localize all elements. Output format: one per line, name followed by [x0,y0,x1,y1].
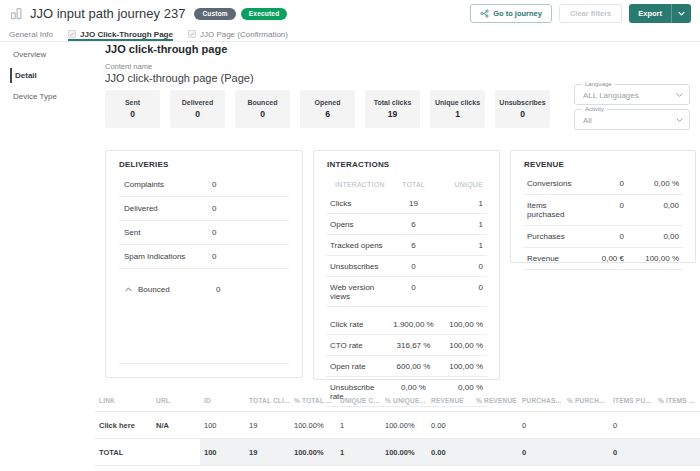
delivery-row-complaints: Complaints 0 [119,173,289,197]
column-header-pct-unique: % UNIQUE... [381,390,427,412]
chevron-up-icon [125,287,132,292]
page-icon [188,30,196,38]
revenue-row-items-purchased: Items purchased 0 0,00 [523,195,683,226]
report-sidebar: Overview Detail Device Type [0,44,95,107]
delivery-row-delivered: Delivered 0 [119,197,289,221]
page-title: JJO click-through page [105,43,227,55]
stats-row: Sent 0 Delivered 0 Bounced 0 Opened 6 To… [105,90,550,128]
interaction-row-tracked-opens: Tracked opens 6 1 [326,235,487,256]
chevron-down-icon [672,11,691,16]
stat-card-opened: Opened 6 [300,90,355,128]
panel-title: INTERACTIONS [314,151,499,173]
delivery-row-sent: Sent 0 [119,221,289,245]
app-header: JJO input path journey 237 Custom Execut… [0,0,700,27]
journey-flow-icon [480,9,489,18]
deliveries-panel: DELIVERIES Complaints 0 Delivered 0 Sent… [105,150,303,378]
interaction-row-unsubscribes: Unsubscribes 0 0 [326,256,487,277]
revenue-row-revenue: Revenue 0,00 € 100,00 % [523,248,683,270]
column-header-unique-clicks: UNIQUE C... [336,390,381,412]
interaction-row-opens: Opens 6 1 [326,214,487,235]
column-header-items-purchased: ITEMS PU... [609,390,654,412]
export-button[interactable]: Export [629,4,691,23]
bounced-expandable-row[interactable]: Bounced 0 [119,277,289,302]
interaction-row-clicks: Clicks 19 1 [326,193,487,214]
content-name-label: Content name [105,62,152,71]
language-select[interactable]: Language ALL Languages [574,84,690,105]
tab-jjo-click-through-page[interactable]: JJO Click-Through Page [68,27,173,41]
go-to-journey-button[interactable]: Go to journey [470,4,552,23]
clear-filters-button[interactable]: Clear filters [559,4,622,23]
column-header-pct-total: % TOTAL ... [290,390,336,412]
rate-row-cto-rate: CTO rate 316,67 % 100,00 % [326,335,487,356]
custom-badge: Custom [194,8,235,20]
links-table: LINK URL ID TOTAL CLI... % TOTAL ... UNI… [95,390,700,466]
sidebar-item-detail[interactable]: Detail [0,65,95,86]
analytics-bars-icon [9,6,24,21]
revenue-row-conversions: Conversions 0 0,00 % [523,173,683,195]
page-icon [68,30,76,38]
tab-jjo-page-confirmation[interactable]: JJO Page (Confirmation) [188,27,288,41]
sidebar-item-overview[interactable]: Overview [0,44,95,65]
rate-row-click-rate: Click rate 1.900,00 % 100,00 % [326,314,487,335]
column-header-pct-items: % ITEMS ... [654,390,700,412]
stat-card-total-clicks: Total clicks 19 [365,90,420,128]
content-name-value: JJO click-through page (Page) [105,72,254,84]
stat-card-unique-clicks: Unique clicks 1 [430,90,485,128]
delivery-row-spam-indications: Spam Indications 0 [119,245,289,269]
revenue-panel: REVENUE Conversions 0 0,00 % Items purch… [510,150,696,263]
chevron-down-icon [676,117,683,122]
column-header-url: URL [152,390,200,412]
column-header-pct-revenue: % REVENUE [472,390,518,412]
interactions-header: INTERACTION TOTAL UNIQUE [326,176,487,193]
spacer [314,307,499,314]
chevron-down-icon [676,92,683,97]
tab-bar: General Info JJO Click-Through Page JJO … [0,27,700,42]
column-header-total-clicks: TOTAL CLI... [245,390,290,412]
stat-card-unsubscribes: Unsubscribes 0 [495,90,550,128]
divider [119,363,289,364]
column-header-revenue: REVENUE [427,390,472,412]
link-name-cell: Click here [95,412,152,439]
sidebar-item-device-type[interactable]: Device Type [0,86,95,107]
revenue-row-purchases: Purchases 0 0,00 [523,226,683,248]
tab-general-info[interactable]: General Info [9,27,53,41]
journey-title: JJO input path journey 237 [30,6,185,21]
column-header-purchases: PURCHAS... [518,390,563,412]
interaction-row-web-version-views: Web version views 0 0 [326,277,487,307]
rate-row-open-rate: Open rate 600,00 % 100,00 % [326,356,487,377]
column-header-pct-purchases: % PURCH... [563,390,609,412]
interactions-panel: INTERACTIONS INTERACTION TOTAL UNIQUE Cl… [313,150,500,380]
column-header-id: ID [200,390,245,412]
panel-title: REVENUE [511,151,695,173]
activity-select[interactable]: Activity All [574,109,690,130]
panel-title: DELIVERIES [106,151,302,173]
link-row: Click here N/A 100 19 100.00% 1 100.00% … [95,412,700,439]
executed-badge: Executed [241,8,288,20]
column-header-link: LINK [95,390,152,412]
stat-card-sent: Sent 0 [105,90,160,128]
stat-card-bounced: Bounced 0 [235,90,290,128]
links-table-header-row: LINK URL ID TOTAL CLI... % TOTAL ... UNI… [95,390,700,412]
stat-card-delivered: Delivered 0 [170,90,225,128]
total-row: TOTAL 100 19 100.00% 1 100.00% 0.00 0 0 [95,439,700,466]
